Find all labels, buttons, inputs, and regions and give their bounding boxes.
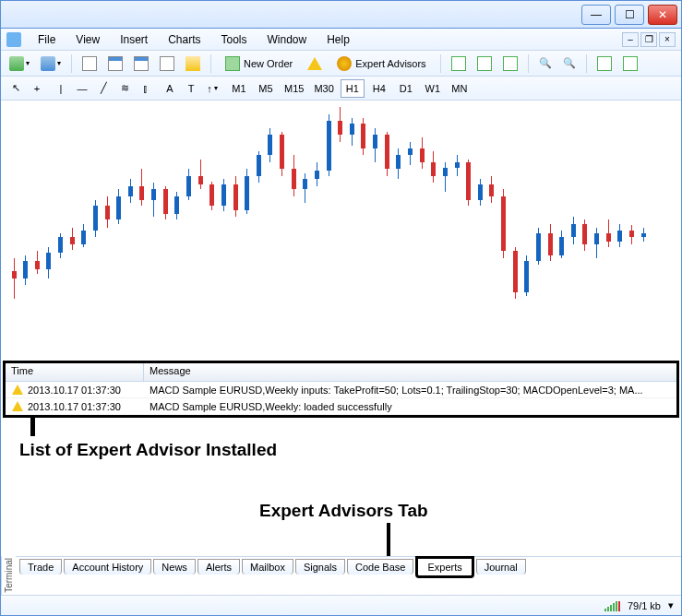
auto-scroll-button[interactable] bbox=[594, 54, 615, 73]
candle bbox=[372, 101, 378, 313]
tab-signals[interactable]: Signals bbox=[295, 559, 345, 575]
mdi-minimize-button[interactable]: – bbox=[622, 32, 639, 47]
candlestick-button[interactable] bbox=[474, 54, 495, 73]
separator bbox=[528, 54, 529, 73]
tab-journal[interactable]: Journal bbox=[476, 559, 526, 575]
equidistant-channel-tool[interactable]: ≋ bbox=[115, 79, 134, 98]
close-button[interactable]: ✕ bbox=[648, 5, 677, 25]
timeframe-m15[interactable]: M15 bbox=[281, 79, 307, 98]
annotation-list-label: List of Expert Advisor Installed bbox=[19, 440, 277, 460]
tab-news[interactable]: News bbox=[153, 559, 196, 575]
expert-advisors-button[interactable]: Expert Advisors bbox=[330, 54, 432, 73]
new-order-button[interactable]: New Order bbox=[219, 54, 299, 73]
maximize-button[interactable]: ☐ bbox=[615, 5, 644, 25]
candle bbox=[244, 101, 250, 313]
cursor-tool[interactable]: ↖ bbox=[6, 79, 25, 98]
timeframe-m5[interactable]: M5 bbox=[254, 79, 278, 98]
horizontal-line-tool[interactable]: — bbox=[73, 79, 91, 98]
tab-mailbox[interactable]: Mailbox bbox=[242, 559, 293, 575]
candlestick-icon bbox=[477, 56, 492, 71]
terminal-tabs: Trade Account History News Alerts Mailbo… bbox=[16, 556, 681, 576]
column-message[interactable]: Message bbox=[144, 363, 676, 381]
tab-code-base[interactable]: Code Base bbox=[347, 559, 413, 575]
chart-area[interactable] bbox=[1, 101, 681, 361]
terminal-row[interactable]: 2013.10.17 01:37:30MACD Sample EURUSD,We… bbox=[6, 398, 676, 415]
candle bbox=[511, 101, 518, 313]
autotrading-button[interactable] bbox=[305, 54, 325, 73]
tab-trade[interactable]: Trade bbox=[19, 559, 62, 575]
menu-help[interactable]: Help bbox=[317, 31, 359, 48]
tab-account-history[interactable]: Account History bbox=[64, 559, 151, 575]
timeframe-m30[interactable]: M30 bbox=[310, 79, 337, 98]
terminal-row[interactable]: 2013.10.17 01:37:30MACD Sample EURUSD,We… bbox=[6, 382, 676, 398]
crosshair-tool[interactable]: + bbox=[28, 79, 46, 98]
timeframe-d1[interactable]: D1 bbox=[394, 79, 418, 98]
timeframe-w1[interactable]: W1 bbox=[421, 79, 445, 98]
new-chart-button[interactable] bbox=[6, 54, 32, 73]
text-tool[interactable]: A bbox=[161, 79, 179, 98]
zoom-out-button[interactable]: 🔍 bbox=[560, 54, 579, 73]
candle bbox=[616, 101, 623, 313]
column-time[interactable]: Time bbox=[6, 363, 144, 381]
new-chart-icon bbox=[9, 56, 24, 71]
candle bbox=[430, 101, 437, 313]
data-window-button[interactable] bbox=[105, 54, 126, 73]
row-message: MACD Sample EURUSD,Weekly inputs: TakePr… bbox=[144, 385, 676, 396]
text-label-tool[interactable]: T bbox=[182, 79, 200, 98]
mdi-restore-button[interactable]: ❐ bbox=[640, 32, 657, 47]
arrows-tool[interactable]: ↑ bbox=[203, 79, 221, 98]
fibonacci-tool[interactable]: ⫿ bbox=[137, 79, 155, 98]
candle bbox=[115, 101, 122, 313]
candle bbox=[126, 101, 133, 313]
chart-shift-button[interactable] bbox=[620, 54, 640, 73]
candle bbox=[279, 101, 285, 313]
market-watch-icon bbox=[82, 56, 97, 71]
status-menu-icon[interactable]: ▾ bbox=[668, 599, 674, 611]
new-order-label: New Order bbox=[244, 58, 293, 69]
menubar: File View Insert Charts Tools Window Hel… bbox=[1, 29, 681, 51]
annotation-tab-label: Expert Advisors Tab bbox=[259, 501, 428, 521]
timeframe-mn[interactable]: MN bbox=[448, 79, 472, 98]
tab-alerts[interactable]: Alerts bbox=[197, 559, 240, 575]
line-chart-button[interactable] bbox=[500, 54, 520, 73]
mdi-close-button[interactable]: × bbox=[659, 32, 676, 47]
candle bbox=[383, 101, 389, 313]
menu-window[interactable]: Window bbox=[258, 31, 317, 48]
candle bbox=[150, 101, 157, 313]
profiles-button[interactable] bbox=[38, 54, 64, 73]
connection-bars-icon bbox=[604, 600, 620, 611]
traffic-label: 79/1 kb bbox=[628, 600, 661, 611]
terminal-button[interactable] bbox=[157, 54, 177, 73]
vertical-line-tool[interactable]: | bbox=[52, 79, 70, 98]
strategy-tester-button[interactable] bbox=[183, 54, 203, 73]
menu-tools[interactable]: Tools bbox=[212, 31, 257, 48]
candle bbox=[348, 101, 354, 313]
candle bbox=[325, 101, 331, 313]
candle bbox=[33, 101, 40, 313]
zoom-in-button[interactable]: 🔍 bbox=[536, 54, 555, 73]
timeframe-h1[interactable]: H1 bbox=[341, 79, 365, 98]
timeframe-h4[interactable]: H4 bbox=[367, 79, 391, 98]
menu-view[interactable]: View bbox=[66, 31, 109, 48]
caution-icon bbox=[307, 57, 322, 70]
candle bbox=[267, 101, 273, 313]
candle bbox=[569, 101, 576, 313]
menu-file[interactable]: File bbox=[29, 31, 65, 48]
toolbar-main: New Order Expert Advisors 🔍 🔍 bbox=[1, 51, 681, 77]
market-watch-button[interactable] bbox=[79, 54, 100, 73]
warning-icon bbox=[12, 400, 25, 413]
tab-experts[interactable]: Experts bbox=[415, 556, 473, 578]
toolbar-drawing: ↖ + | — ╱ ≋ ⫿ A T ↑ M1 M5 M15 M30 H1 H4 … bbox=[1, 77, 681, 101]
terminal-experts-panel: Time Message 2013.10.17 01:37:30MACD Sam… bbox=[3, 361, 679, 418]
candle bbox=[197, 101, 203, 313]
candle bbox=[628, 101, 634, 313]
minimize-button[interactable]: — bbox=[581, 5, 611, 25]
trendline-tool[interactable]: ╱ bbox=[94, 79, 113, 98]
candle bbox=[395, 101, 401, 313]
bar-chart-button[interactable] bbox=[449, 54, 469, 73]
menu-insert[interactable]: Insert bbox=[111, 31, 157, 48]
menu-charts[interactable]: Charts bbox=[159, 31, 209, 48]
navigator-button[interactable] bbox=[131, 54, 151, 73]
candle bbox=[534, 101, 541, 313]
timeframe-m1[interactable]: M1 bbox=[227, 79, 251, 98]
